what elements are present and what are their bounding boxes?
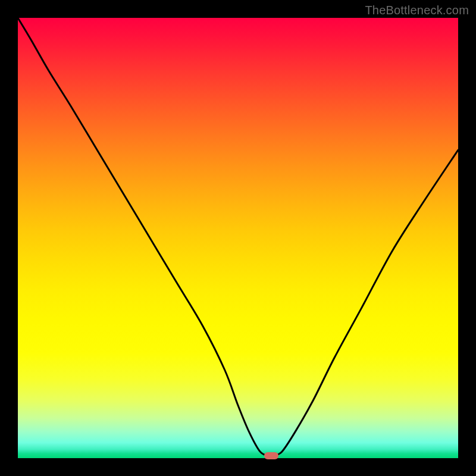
- plot-area: [18, 18, 458, 458]
- optimum-marker: [264, 452, 278, 459]
- curve-svg: [18, 18, 458, 458]
- watermark-text: TheBottleneck.com: [365, 4, 469, 17]
- chart-frame: TheBottleneck.com: [0, 0, 476, 476]
- bottleneck-curve: [18, 18, 458, 456]
